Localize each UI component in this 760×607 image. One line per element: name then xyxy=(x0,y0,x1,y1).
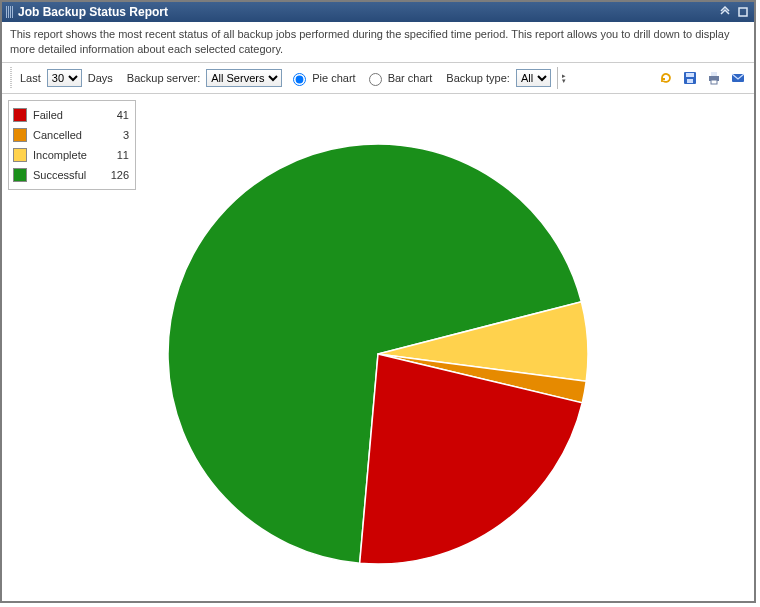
email-button[interactable] xyxy=(729,69,747,87)
pie-chart xyxy=(158,134,598,574)
last-label: Last xyxy=(20,72,41,84)
backup-type-label: Backup type: xyxy=(446,72,510,84)
refresh-button[interactable] xyxy=(657,69,675,87)
legend-row-cancelled[interactable]: Cancelled3 xyxy=(13,125,129,145)
save-button[interactable] xyxy=(681,69,699,87)
report-description: This report shows the most recent status… xyxy=(2,22,754,63)
svg-rect-2 xyxy=(686,73,694,77)
svg-rect-3 xyxy=(687,79,693,83)
days-label: Days xyxy=(88,72,113,84)
collapse-icon[interactable] xyxy=(718,5,732,19)
svg-rect-5 xyxy=(711,72,717,76)
legend-count: 11 xyxy=(105,149,129,161)
toolbar: Last 30 Days Backup server: All Servers … xyxy=(2,63,754,94)
legend-label: Failed xyxy=(33,109,99,121)
days-select[interactable]: 30 xyxy=(47,69,82,87)
legend-count: 126 xyxy=(105,169,129,181)
legend-swatch-icon xyxy=(13,128,27,142)
legend-swatch-icon xyxy=(13,148,27,162)
legend-row-incomplete[interactable]: Incomplete11 xyxy=(13,145,129,165)
toolbar-overflow-icon[interactable]: ▸▾ xyxy=(557,67,570,89)
bar-chart-radio[interactable] xyxy=(369,73,382,86)
legend-count: 3 xyxy=(105,129,129,141)
legend-label: Incomplete xyxy=(33,149,99,161)
legend-swatch-icon xyxy=(13,108,27,122)
print-button[interactable] xyxy=(705,69,723,87)
window-title: Job Backup Status Report xyxy=(18,5,168,19)
legend-swatch-icon xyxy=(13,168,27,182)
pie-chart-radio[interactable] xyxy=(293,73,306,86)
titlebar-grip-icon xyxy=(6,6,14,18)
maximize-icon[interactable] xyxy=(736,5,750,19)
chart-legend: Failed41Cancelled3Incomplete11Successful… xyxy=(8,100,136,190)
svg-rect-0 xyxy=(739,8,747,16)
legend-row-successful[interactable]: Successful126 xyxy=(13,165,129,185)
titlebar: Job Backup Status Report xyxy=(2,2,754,22)
toolbar-grip-icon xyxy=(10,67,12,89)
report-window: Job Backup Status Report This report sho… xyxy=(0,0,756,603)
legend-count: 41 xyxy=(105,109,129,121)
backup-server-select[interactable]: All Servers xyxy=(206,69,282,87)
legend-label: Successful xyxy=(33,169,99,181)
legend-row-failed[interactable]: Failed41 xyxy=(13,105,129,125)
backup-type-select[interactable]: All xyxy=(516,69,551,87)
svg-rect-6 xyxy=(711,80,717,84)
bar-chart-radio-label[interactable]: Bar chart xyxy=(388,72,433,84)
backup-server-label: Backup server: xyxy=(127,72,200,84)
legend-label: Cancelled xyxy=(33,129,99,141)
chart-area: Failed41Cancelled3Incomplete11Successful… xyxy=(2,94,754,599)
pie-chart-radio-label[interactable]: Pie chart xyxy=(312,72,355,84)
